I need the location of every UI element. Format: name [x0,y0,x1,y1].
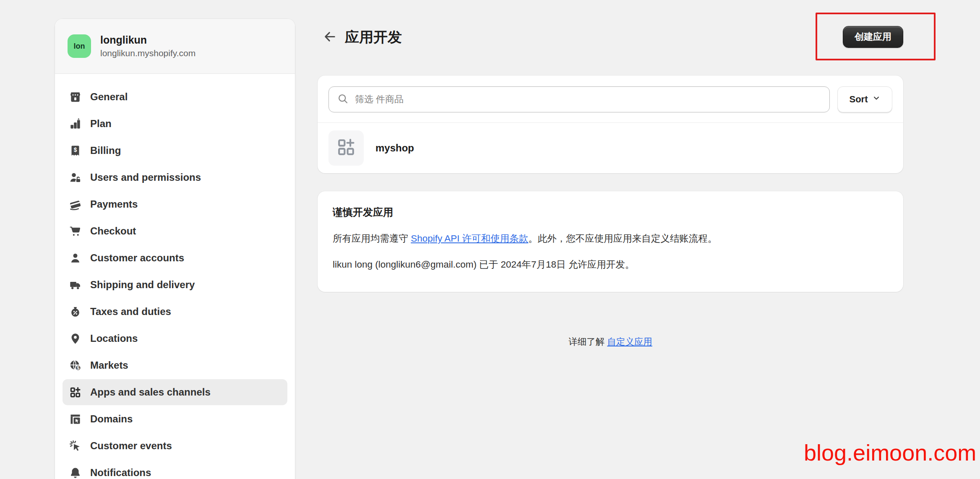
notice-footer: likun long (longlikun6@gmail.com) 已于 202… [333,258,888,272]
sidebar-item-label: Checkout [90,225,136,237]
app-list: myshop [318,123,903,173]
store-icon [69,91,81,103]
notice-body-suffix: 。此外，您不应使用应用来自定义结账流程。 [528,233,717,244]
store-name: longlikun [100,34,195,46]
api-terms-link[interactable]: Shopify API 许可和使用条款 [411,233,528,244]
cart-icon [69,225,81,237]
create-app-button[interactable]: 创建应用 [843,26,903,48]
apps-grid-icon [69,386,81,398]
create-app-button-label: 创建应用 [855,31,891,42]
store-domain: longlikun.myshopify.com [100,48,195,58]
app-row[interactable]: myshop [318,123,903,173]
billing-icon: $ [69,144,81,157]
store-avatar-initials: lon [74,42,85,51]
notice-body-prefix: 所有应用均需遵守 [333,233,411,244]
sidebar-item-label: Apps and sales channels [90,386,211,398]
sidebar-item-label: Taxes and duties [90,306,171,318]
payments-icon [69,198,81,211]
sidebar-item-label: Notifications [90,467,151,479]
tax-bag-icon [69,305,81,318]
sidebar-item-label: Markets [90,359,128,371]
app-tile [328,130,364,166]
cursor-click-icon [69,440,81,452]
person-icon [69,252,81,264]
map-pin-icon [69,332,81,345]
domains-icon [69,413,81,425]
search-icon [337,93,349,106]
sidebar-item-label: Payments [90,198,138,210]
apps-toolbar: Sort [318,75,903,122]
store-meta: longlikun longlikun.myshopify.com [100,34,195,59]
bell-icon [69,466,81,479]
sidebar-item-label: Billing [90,145,121,156]
page-title: 应用开发 [345,28,402,47]
store-avatar: lon [68,34,91,58]
sidebar-item-billing[interactable]: $Billing [63,138,287,164]
sidebar-item-notifications[interactable]: Notifications [63,460,287,479]
sidebar-item-checkout[interactable]: Checkout [63,218,287,244]
svg-text:$: $ [73,147,77,153]
sort-button-label: Sort [850,94,868,105]
sidebar-item-label: Locations [90,333,138,344]
search-input[interactable] [355,94,821,105]
sidebar-item-plan[interactable]: Plan [63,111,287,137]
search-input-wrapper[interactable] [328,86,830,112]
sidebar-item-label: Customer events [90,440,172,452]
sidebar-item-customer-accounts[interactable]: Customer accounts [63,245,287,271]
sidebar-item-markets[interactable]: $Markets [63,352,287,378]
sidebar-item-users-and-permissions[interactable]: Users and permissions [63,164,287,190]
sidebar-item-general[interactable]: General [63,84,287,110]
learn-more-prefix: 详细了解 [568,337,607,347]
sidebar-item-customer-events[interactable]: Customer events [63,433,287,459]
settings-sidebar: lon longlikun longlikun.myshopify.com Ge… [55,19,295,479]
globe-dollar-icon: $ [69,359,81,372]
sidebar-item-domains[interactable]: Domains [63,406,287,432]
truck-icon [69,279,81,291]
back-button[interactable] [321,29,338,46]
user-lock-icon [69,171,81,184]
sidebar-item-payments[interactable]: Payments [63,191,287,217]
sidebar-item-apps-and-sales-channels[interactable]: Apps and sales channels [63,379,287,405]
plan-icon [69,117,81,130]
sidebar-item-label: Customer accounts [90,252,184,264]
learn-more: 详细了解 自定义应用 [318,336,903,348]
notice-title: 谨慎开发应用 [333,206,888,219]
apps-card: Sort myshop [318,75,903,173]
sidebar-item-label: General [90,91,128,103]
settings-page: lon longlikun longlikun.myshopify.com Ge… [0,0,980,479]
apps-grid-outline-icon [336,137,356,159]
chevron-down-icon [872,94,881,105]
watermark: blog.eimoon.com [804,440,976,466]
sidebar-item-label: Domains [90,413,133,425]
sidebar-item-shipping-and-delivery[interactable]: Shipping and delivery [63,272,287,298]
sidebar-item-label: Users and permissions [90,172,201,183]
notice-body: 所有应用均需遵守 Shopify API 许可和使用条款。此外，您不应使用应用来… [333,232,888,246]
sidebar-nav: GeneralPlan$BillingUsers and permissions… [55,74,295,479]
sort-button[interactable]: Sort [837,86,892,112]
sidebar-item-label: Shipping and delivery [90,279,195,291]
back-arrow-icon [323,30,337,45]
sidebar-item-taxes-and-duties[interactable]: Taxes and duties [63,299,287,325]
app-name: myshop [375,142,414,154]
svg-text:$: $ [76,365,79,370]
notice-card: 谨慎开发应用 所有应用均需遵守 Shopify API 许可和使用条款。此外，您… [318,191,903,292]
custom-apps-link[interactable]: 自定义应用 [607,337,652,347]
sidebar-item-label: Plan [90,118,112,130]
sidebar-item-locations[interactable]: Locations [63,325,287,351]
store-header: lon longlikun longlikun.myshopify.com [55,19,295,74]
